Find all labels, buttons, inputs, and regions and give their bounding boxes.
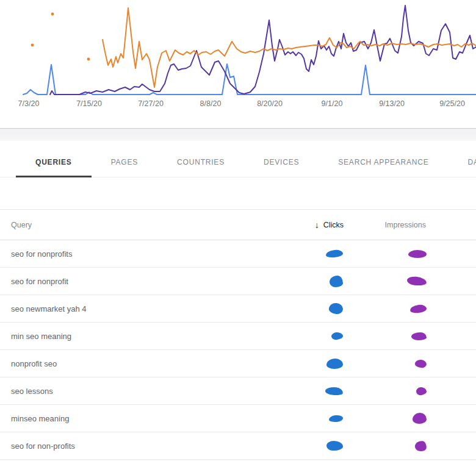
dimension-tab-bar: QUERIES PAGES COUNTRIES DEVICES SEARCH A… (0, 148, 476, 177)
impressions-cell (411, 332, 428, 340)
clicks-redaction-scribble (326, 441, 343, 451)
x-tick-label: 9/1/20 (322, 99, 343, 108)
query-cell: seo for nonprofit (0, 277, 273, 286)
impressions-cell (415, 441, 428, 451)
table-row[interactable]: seo newmarket yah 4 (0, 295, 476, 323)
impressions-redaction-scribble (411, 332, 427, 340)
clicks-cell (329, 415, 347, 422)
sort-descending-icon: ↓ (315, 220, 319, 230)
table-header-row: Query ↓ Clicks Impressions (0, 210, 476, 240)
clicks-cell (326, 359, 347, 369)
clicks-cell (326, 441, 347, 451)
clicks-redaction-scribble (326, 359, 343, 369)
query-cell: seo newmarket yah 4 (0, 304, 273, 313)
tab-devices[interactable]: DEVICES (244, 148, 319, 177)
impressions-redaction-scribble (406, 276, 427, 286)
clicks-cell (325, 387, 347, 395)
x-axis: 7/3/20 7/15/20 7/27/20 8/8/20 8/20/20 9/… (0, 98, 476, 111)
tab-dates[interactable]: DATES (449, 148, 476, 177)
table-row[interactable]: nonprofit seo (0, 350, 476, 377)
table-row[interactable]: seo for non-profits (0, 432, 476, 460)
performance-chart-section: 7/3/20 7/15/20 7/27/20 8/8/20 8/20/20 9/… (0, 0, 476, 111)
impressions-cell (410, 305, 428, 313)
table-row[interactable]: seo for nonprofit (0, 268, 476, 295)
clicks-cell (329, 303, 347, 314)
queries-table: Query ↓ Clicks Impressions seo for nonpr… (0, 209, 476, 460)
table-row[interactable]: seo for nonprofits (0, 240, 476, 268)
query-cell: seo lessons (0, 387, 273, 396)
impressions-redaction-scribble (414, 359, 427, 368)
impressions-cell (407, 277, 428, 285)
tab-countries[interactable]: COUNTRIES (157, 148, 244, 177)
query-cell: seo for non-profits (0, 441, 273, 451)
table-row[interactable]: seo lessons (0, 377, 476, 405)
impressions-redaction-scribble (409, 304, 427, 313)
x-tick-label: 8/20/20 (257, 99, 283, 108)
clicks-cell (326, 250, 347, 257)
x-tick-label: 7/27/20 (138, 99, 164, 108)
clicks-cell (330, 276, 347, 287)
clicks-redaction-scribble (325, 386, 343, 395)
impressions-cell (415, 360, 428, 368)
impressions-redaction-scribble (416, 387, 427, 396)
query-cell: minseo meaning (0, 414, 273, 423)
clicks-header-label: Clicks (323, 221, 344, 229)
x-tick-label: 7/3/20 (18, 99, 40, 108)
impressions-cell (416, 387, 428, 395)
x-tick-label: 9/25/20 (439, 99, 465, 108)
performance-chart (0, 0, 476, 98)
clicks-cell (331, 332, 347, 340)
query-cell: seo for nonprofits (0, 249, 273, 259)
impressions-cell (408, 250, 428, 258)
x-tick-label: 7/15/20 (76, 99, 102, 108)
impressions-column-header[interactable]: Impressions (385, 221, 428, 229)
table-row[interactable]: minseo meaning (0, 405, 476, 432)
query-cell: nonprofit seo (0, 359, 273, 368)
x-tick-label: 8/8/20 (200, 99, 222, 108)
impressions-redaction-scribble (414, 440, 427, 452)
tab-queries[interactable]: QUERIES (16, 148, 92, 177)
clicks-column-header[interactable]: ↓ Clicks (315, 220, 347, 230)
section-divider-band (0, 128, 476, 141)
clicks-redaction-scribble (329, 415, 344, 423)
impressions-redaction-scribble (408, 250, 427, 258)
clicks-redaction-scribble (331, 332, 344, 340)
query-column-header: Query (0, 221, 273, 229)
tab-pages[interactable]: PAGES (92, 148, 157, 177)
table-row[interactable]: min seo meaning (0, 323, 476, 350)
x-tick-label: 9/13/20 (379, 99, 405, 108)
impressions-redaction-scribble (413, 413, 427, 424)
tab-search-appearance[interactable]: SEARCH APPEARANCE (319, 148, 448, 177)
clicks-redaction-scribble (326, 249, 344, 258)
clicks-redaction-scribble (328, 302, 343, 315)
clicks-redaction-scribble (330, 276, 343, 287)
query-cell: min seo meaning (0, 332, 273, 341)
impressions-cell (413, 413, 428, 424)
